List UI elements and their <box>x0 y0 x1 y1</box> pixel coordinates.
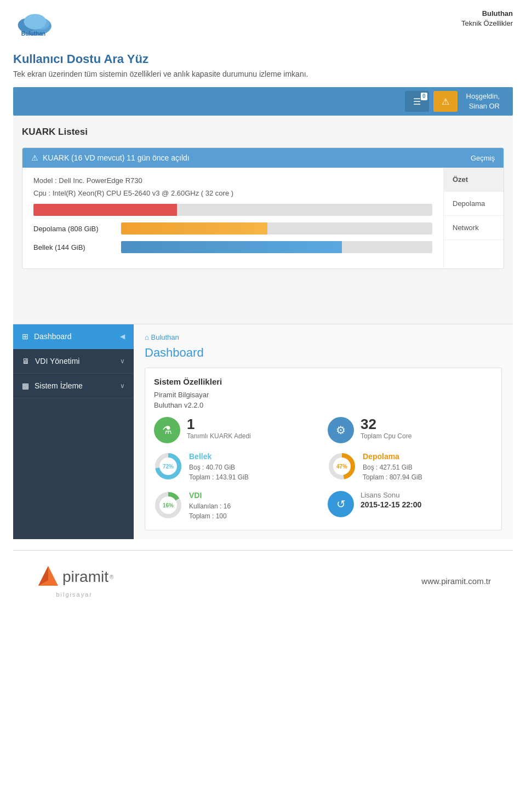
kuark-card-header: ⚠ KUARK (16 VD mevcut) 11 gün önce açıld… <box>22 148 504 168</box>
footer-sub: bilgisayar <box>56 591 92 598</box>
stat-box-vdi: 16% VDI Kullanılan : 16 Toplam : 100 <box>154 491 319 521</box>
username-text: Sinan OR <box>466 101 500 111</box>
top-header: Buluthan Buluthan Teknik Özellikler <box>0 0 526 43</box>
vdi-toplam: Toplam : 100 <box>189 511 231 521</box>
vdi-title: VDI <box>189 491 231 500</box>
bellek-title: Bellek <box>189 452 249 461</box>
monitor-icon: 🖥 <box>22 357 30 365</box>
kuark-card-body: Model : Dell Inc. PowerEdge R730 Cpu : I… <box>22 168 504 268</box>
vdi-donut-label: 16% <box>163 502 174 508</box>
home-icon: ⌂ <box>145 333 149 341</box>
nav-user: Hoşgeldin, Sinan OR <box>462 92 504 111</box>
alert-icon: ⚠ <box>442 96 449 107</box>
nav-dashboard-label: Dashboard <box>34 332 72 341</box>
bellek-stat-row: Bellek (144 GiB) 71.58% <box>33 241 432 253</box>
alert-button[interactable]: ⚠ <box>433 91 458 112</box>
flask-icon: ⚗ <box>162 424 172 437</box>
brand-line1: Buluthan <box>461 9 513 19</box>
logo-area: Buluthan <box>13 9 57 39</box>
stat-box-license: ↺ Lisans Sonu 2015-12-15 22:00 <box>328 491 493 521</box>
cpu-progress-bar: 36% <box>33 204 432 216</box>
model-label: Model : <box>33 176 57 185</box>
chevron-icon-dashboard: ◀ <box>120 333 125 340</box>
sidebar-item-depolama[interactable]: Depolama <box>444 192 504 216</box>
storage-label: Depolama (808 GiB) <box>33 225 116 233</box>
cpu-value: Intel(R) Xeon(R) CPU E5-2640 v3 @ 2.60GH… <box>53 189 233 197</box>
chevron-icon-vdi: ∨ <box>120 357 125 365</box>
bellek-donut-label: 72% <box>163 464 174 470</box>
system-card: Sistem Özellikleri Piramit Bilgisayar Bu… <box>145 368 502 530</box>
cpu-gear-icon: ⚙ <box>336 424 346 437</box>
dashboard-icon: ⊞ <box>22 332 28 341</box>
kuark-count: 1 <box>187 417 319 431</box>
cpu-count-label: Toplam Cpu Core <box>361 432 493 440</box>
buluthan-logo: Buluthan <box>13 9 57 39</box>
bellek-bos: Boş : 40.70 GiB <box>189 462 249 472</box>
kuark-icon-circle: ⚗ <box>154 417 180 443</box>
page-title: Kullanıcı Dostu Ara Yüz <box>13 52 513 66</box>
warning-icon: ⚠ <box>31 153 38 162</box>
cpu-fill <box>33 204 177 216</box>
cpu-icon-circle: ⚙ <box>328 417 354 443</box>
cpu-line: Cpu : Intel(R) Xeon(R) CPU E5-2640 v3 @ … <box>33 189 432 197</box>
model-value: Dell Inc. PowerEdge R730 <box>59 176 142 185</box>
bellek-donut-info: Bellek Boş : 40.70 GiB Toplam : 143.91 G… <box>189 452 249 482</box>
svg-text:Buluthan: Buluthan <box>21 31 45 37</box>
dashboard-section: ⊞ Dashboard ◀ 🖥 VDI Yönetimi ∨ ▦ Sistem … <box>13 324 513 539</box>
footer-brand: piramit ® <box>35 564 113 590</box>
storage-fill <box>121 222 267 235</box>
depolama-donut-info: Depolama Boş : 427.51 GiB Toplam : 807.9… <box>363 452 422 482</box>
menu-button[interactable]: ☰ 0 <box>405 91 429 112</box>
depolama-toplam: Toplam : 807.94 GiB <box>363 472 422 482</box>
page-subtitle: Tek ekran üzerinden tüm sistemin özellik… <box>13 70 513 78</box>
brand-text: Buluthan Teknik Özellikler <box>461 9 513 28</box>
kuark-sidebar: Özet Depolama Network <box>443 168 504 268</box>
nav-item-sistem[interactable]: ▦ Sistem İzleme ∨ <box>13 374 134 398</box>
license-title: Lisans Sonu <box>361 491 421 499</box>
bellek-donut: 72% <box>154 452 182 481</box>
bellek-label: Bellek (144 GiB) <box>33 243 116 251</box>
sidebar-item-ozet[interactable]: Özet <box>444 168 504 192</box>
system-info-line2: Buluthan v2.2.0 <box>154 401 493 409</box>
kuark-card: ⚠ KUARK (16 VD mevcut) 11 gün önce açıld… <box>22 147 504 269</box>
vdi-donut-info: VDI Kullanılan : 16 Toplam : 100 <box>189 491 231 521</box>
footer-logo: piramit ® bilgisayar <box>35 564 113 598</box>
stat-box-kuark: ⚗ 1 Tanımlı KUARK Adedi <box>154 417 319 443</box>
storage-stat-row: Depolama (808 GiB) 47.09% <box>33 222 432 235</box>
menu-badge: 0 <box>421 93 427 100</box>
refresh-icon: ↺ <box>336 498 346 511</box>
vdi-donut: 16% <box>154 491 182 519</box>
nav-item-dashboard[interactable]: ⊞ Dashboard ◀ <box>13 324 134 349</box>
system-info-line1: Piramit Bilgisayar <box>154 391 493 399</box>
kuark-stat-info: 1 Tanımlı KUARK Adedi <box>187 417 319 440</box>
right-content: ⌂ Buluthan Dashboard Sistem Özellikleri … <box>134 324 513 539</box>
sidebar-item-network[interactable]: Network <box>444 216 504 240</box>
kuark-title-text: KUARK (16 VD mevcut) 11 gün önce açıldı <box>43 153 190 162</box>
license-icon-circle: ↺ <box>328 491 354 517</box>
license-date: 2015-12-15 22:00 <box>361 500 421 509</box>
depolama-title: Depolama <box>363 452 422 461</box>
dashboard-title: Dashboard <box>145 346 502 360</box>
depolama-donut: 47% <box>328 452 356 481</box>
nav-item-vdi[interactable]: 🖥 VDI Yönetimi ∨ <box>13 349 134 374</box>
depolama-bos: Boş : 427.51 GiB <box>363 462 422 472</box>
bellek-progress-bar: 71.58% <box>121 241 432 253</box>
kuark-list-title: KUARK Listesi <box>22 124 504 140</box>
piramit-icon <box>35 564 61 590</box>
dash-navbar: ☰ 0 ⚠ Hoşgeldin, Sinan OR <box>13 87 513 116</box>
left-nav: ⊞ Dashboard ◀ 🖥 VDI Yönetimi ∨ ▦ Sistem … <box>13 324 134 539</box>
gepciş-link[interactable]: Geçmiş <box>471 154 495 162</box>
breadcrumb: ⌂ Buluthan <box>145 333 502 341</box>
stats-grid: ⚗ 1 Tanımlı KUARK Adedi ⚙ 32 Toplam Cpu … <box>154 417 493 521</box>
footer-brand-name: piramit <box>62 568 108 586</box>
license-info: Lisans Sonu 2015-12-15 22:00 <box>361 491 421 509</box>
kuark-header-title: ⚠ KUARK (16 VD mevcut) 11 gün önce açıld… <box>31 153 190 162</box>
kuark-main-area: KUARK Listesi ⚠ KUARK (16 VD mevcut) 11 … <box>13 116 513 324</box>
menu-icon: ☰ <box>413 96 421 107</box>
model-line: Model : Dell Inc. PowerEdge R730 <box>33 176 432 185</box>
vdi-kullanilan: Kullanılan : 16 <box>189 501 231 511</box>
svg-point-3 <box>24 14 47 29</box>
stat-box-bellek: 72% Bellek Boş : 40.70 GiB Toplam : 143.… <box>154 452 319 482</box>
trademark: ® <box>110 574 113 580</box>
chevron-icon-sistem: ∨ <box>120 382 125 390</box>
